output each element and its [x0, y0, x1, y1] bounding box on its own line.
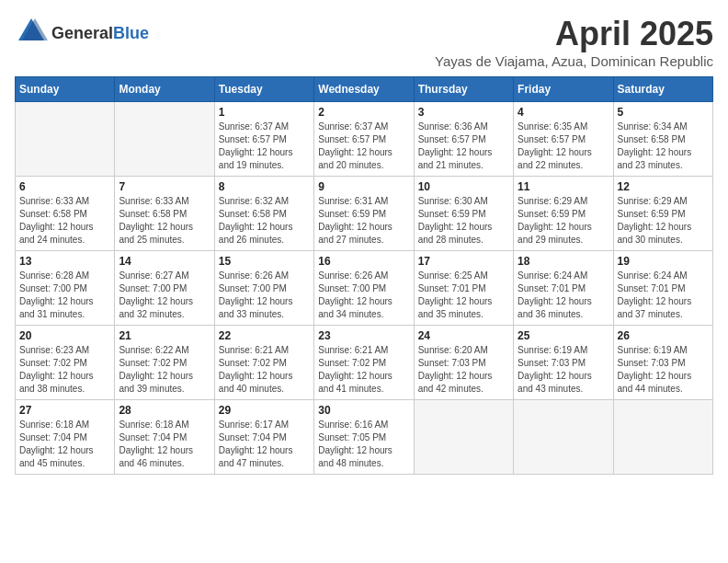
day-number: 10	[418, 180, 509, 193]
calendar-cell	[613, 400, 712, 475]
week-row-3: 20Sunrise: 6:23 AM Sunset: 7:02 PM Dayli…	[16, 326, 713, 400]
day-detail: Sunrise: 6:21 AM Sunset: 7:02 PM Dayligh…	[318, 344, 409, 396]
calendar-cell: 13Sunrise: 6:28 AM Sunset: 7:00 PM Dayli…	[16, 251, 115, 326]
day-number: 22	[219, 329, 310, 342]
week-row-2: 13Sunrise: 6:28 AM Sunset: 7:00 PM Dayli…	[16, 251, 713, 326]
day-number: 21	[119, 329, 210, 342]
logo-general: General	[51, 25, 113, 41]
calendar-cell: 24Sunrise: 6:20 AM Sunset: 7:03 PM Dayli…	[414, 326, 513, 400]
header-cell-friday: Friday	[514, 77, 613, 102]
calendar-cell: 26Sunrise: 6:19 AM Sunset: 7:03 PM Dayli…	[613, 326, 712, 400]
logo-blue: Blue	[113, 25, 149, 41]
logo-text: GeneralBlue	[51, 25, 149, 41]
day-number: 14	[119, 255, 210, 268]
calendar-cell: 1Sunrise: 6:37 AM Sunset: 6:57 PM Daylig…	[214, 102, 313, 177]
main-title: April 2025	[435, 15, 713, 53]
day-number: 28	[119, 404, 210, 417]
day-detail: Sunrise: 6:26 AM Sunset: 7:00 PM Dayligh…	[219, 270, 310, 321]
day-number: 26	[618, 329, 709, 342]
day-detail: Sunrise: 6:22 AM Sunset: 7:02 PM Dayligh…	[119, 344, 210, 396]
day-detail: Sunrise: 6:18 AM Sunset: 7:04 PM Dayligh…	[19, 419, 110, 470]
day-detail: Sunrise: 6:27 AM Sunset: 7:00 PM Dayligh…	[119, 270, 210, 321]
day-detail: Sunrise: 6:32 AM Sunset: 6:58 PM Dayligh…	[219, 195, 310, 247]
calendar-cell	[115, 102, 214, 177]
calendar-cell: 23Sunrise: 6:21 AM Sunset: 7:02 PM Dayli…	[314, 326, 414, 400]
day-detail: Sunrise: 6:19 AM Sunset: 7:03 PM Dayligh…	[518, 344, 609, 396]
calendar-cell	[514, 400, 613, 475]
calendar-cell: 25Sunrise: 6:19 AM Sunset: 7:03 PM Dayli…	[514, 326, 613, 400]
calendar-cell: 10Sunrise: 6:30 AM Sunset: 6:59 PM Dayli…	[414, 177, 513, 251]
day-detail: Sunrise: 6:18 AM Sunset: 7:04 PM Dayligh…	[119, 419, 210, 470]
calendar-cell: 4Sunrise: 6:35 AM Sunset: 6:57 PM Daylig…	[514, 102, 613, 177]
week-row-4: 27Sunrise: 6:18 AM Sunset: 7:04 PM Dayli…	[16, 400, 713, 475]
page-header: GeneralBlue April 2025 Yayas de Viajama,…	[15, 15, 713, 69]
calendar-cell	[414, 400, 513, 475]
subtitle: Yayas de Viajama, Azua, Dominican Republ…	[435, 53, 713, 69]
calendar-cell: 9Sunrise: 6:31 AM Sunset: 6:59 PM Daylig…	[314, 177, 414, 251]
day-detail: Sunrise: 6:29 AM Sunset: 6:59 PM Dayligh…	[518, 195, 609, 247]
day-detail: Sunrise: 6:37 AM Sunset: 6:57 PM Dayligh…	[318, 121, 409, 172]
calendar-header: SundayMondayTuesdayWednesdayThursdayFrid…	[16, 77, 713, 102]
day-number: 27	[19, 404, 110, 417]
day-detail: Sunrise: 6:26 AM Sunset: 7:00 PM Dayligh…	[318, 270, 409, 321]
calendar-cell: 28Sunrise: 6:18 AM Sunset: 7:04 PM Dayli…	[115, 400, 214, 475]
calendar-cell: 14Sunrise: 6:27 AM Sunset: 7:00 PM Dayli…	[115, 251, 214, 326]
calendar-body: 1Sunrise: 6:37 AM Sunset: 6:57 PM Daylig…	[16, 102, 713, 475]
day-detail: Sunrise: 6:30 AM Sunset: 6:59 PM Dayligh…	[418, 195, 509, 247]
day-number: 16	[318, 255, 409, 268]
calendar-cell: 15Sunrise: 6:26 AM Sunset: 7:00 PM Dayli…	[214, 251, 313, 326]
day-number: 7	[119, 180, 210, 193]
calendar-cell: 3Sunrise: 6:36 AM Sunset: 6:57 PM Daylig…	[414, 102, 513, 177]
day-detail: Sunrise: 6:34 AM Sunset: 6:58 PM Dayligh…	[618, 121, 709, 172]
header-row: SundayMondayTuesdayWednesdayThursdayFrid…	[16, 77, 713, 102]
day-number: 25	[518, 329, 609, 342]
day-number: 8	[219, 180, 310, 193]
calendar-cell: 17Sunrise: 6:25 AM Sunset: 7:01 PM Dayli…	[414, 251, 513, 326]
day-number: 30	[318, 404, 409, 417]
day-detail: Sunrise: 6:20 AM Sunset: 7:03 PM Dayligh…	[418, 344, 509, 396]
calendar-cell: 27Sunrise: 6:18 AM Sunset: 7:04 PM Dayli…	[16, 400, 115, 475]
week-row-1: 6Sunrise: 6:33 AM Sunset: 6:58 PM Daylig…	[16, 177, 713, 251]
calendar-cell: 20Sunrise: 6:23 AM Sunset: 7:02 PM Dayli…	[16, 326, 115, 400]
header-cell-saturday: Saturday	[613, 77, 712, 102]
calendar-cell: 12Sunrise: 6:29 AM Sunset: 6:59 PM Dayli…	[613, 177, 712, 251]
calendar-cell: 16Sunrise: 6:26 AM Sunset: 7:00 PM Dayli…	[314, 251, 414, 326]
day-detail: Sunrise: 6:24 AM Sunset: 7:01 PM Dayligh…	[518, 270, 609, 321]
calendar-cell: 2Sunrise: 6:37 AM Sunset: 6:57 PM Daylig…	[314, 102, 414, 177]
day-detail: Sunrise: 6:36 AM Sunset: 6:57 PM Dayligh…	[418, 121, 509, 172]
day-detail: Sunrise: 6:29 AM Sunset: 6:59 PM Dayligh…	[618, 195, 709, 247]
day-number: 29	[219, 404, 310, 417]
day-number: 5	[618, 106, 709, 119]
calendar-cell: 5Sunrise: 6:34 AM Sunset: 6:58 PM Daylig…	[613, 102, 712, 177]
day-number: 11	[518, 180, 609, 193]
calendar-cell: 19Sunrise: 6:24 AM Sunset: 7:01 PM Dayli…	[613, 251, 712, 326]
calendar-table: SundayMondayTuesdayWednesdayThursdayFrid…	[15, 76, 713, 475]
day-number: 9	[318, 180, 409, 193]
day-number: 17	[418, 255, 509, 268]
header-cell-wednesday: Wednesday	[314, 77, 414, 102]
calendar-cell: 22Sunrise: 6:21 AM Sunset: 7:02 PM Dayli…	[214, 326, 313, 400]
calendar-cell	[16, 102, 115, 177]
day-detail: Sunrise: 6:24 AM Sunset: 7:01 PM Dayligh…	[618, 270, 709, 321]
calendar-cell: 21Sunrise: 6:22 AM Sunset: 7:02 PM Dayli…	[115, 326, 214, 400]
day-number: 18	[518, 255, 609, 268]
day-detail: Sunrise: 6:37 AM Sunset: 6:57 PM Dayligh…	[219, 121, 310, 172]
calendar-cell: 30Sunrise: 6:16 AM Sunset: 7:05 PM Dayli…	[314, 400, 414, 475]
day-number: 12	[618, 180, 709, 193]
calendar-cell: 18Sunrise: 6:24 AM Sunset: 7:01 PM Dayli…	[514, 251, 613, 326]
day-number: 20	[19, 329, 110, 342]
header-cell-monday: Monday	[115, 77, 214, 102]
day-detail: Sunrise: 6:33 AM Sunset: 6:58 PM Dayligh…	[19, 195, 110, 247]
day-detail: Sunrise: 6:28 AM Sunset: 7:00 PM Dayligh…	[19, 270, 110, 321]
day-detail: Sunrise: 6:25 AM Sunset: 7:01 PM Dayligh…	[418, 270, 509, 321]
week-row-0: 1Sunrise: 6:37 AM Sunset: 6:57 PM Daylig…	[16, 102, 713, 177]
day-detail: Sunrise: 6:35 AM Sunset: 6:57 PM Dayligh…	[518, 121, 609, 172]
day-number: 23	[318, 329, 409, 342]
logo: GeneralBlue	[15, 15, 149, 52]
calendar-cell: 11Sunrise: 6:29 AM Sunset: 6:59 PM Dayli…	[514, 177, 613, 251]
logo-graphic	[15, 15, 48, 52]
title-block: April 2025 Yayas de Viajama, Azua, Domin…	[435, 15, 713, 69]
day-number: 6	[19, 180, 110, 193]
day-number: 3	[418, 106, 509, 119]
day-number: 1	[219, 106, 310, 119]
